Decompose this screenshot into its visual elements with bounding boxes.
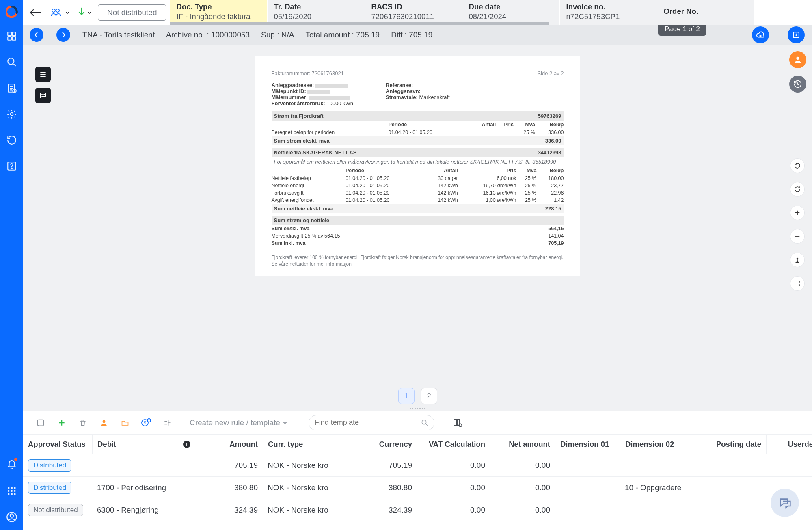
delete-line-button[interactable] xyxy=(77,417,89,429)
card-bacs-id[interactable]: BACS ID 720617630210011 xyxy=(365,0,462,25)
card-label: BACS ID xyxy=(371,2,456,11)
back-button[interactable] xyxy=(23,0,48,25)
meta-label: Anleggsadresse: xyxy=(272,82,314,88)
card-invoice-no[interactable]: Invoice no. n72C51753CP1 xyxy=(559,0,657,25)
nav-documents[interactable] xyxy=(0,75,23,101)
status-pill[interactable]: Not distributed xyxy=(98,4,166,21)
fit-height-button[interactable] xyxy=(790,253,805,267)
card-value: n72C51753CP1 xyxy=(566,12,650,21)
archive-no: Archive no. : 100000053 xyxy=(166,30,250,39)
select-all-checkbox[interactable] xyxy=(35,417,47,429)
info-icon[interactable]: i xyxy=(183,441,190,448)
card-label: Invoice no. xyxy=(566,2,650,11)
save-button[interactable] xyxy=(788,26,805,43)
meta-value: Markedskraft xyxy=(419,94,449,100)
chat-fab[interactable] xyxy=(771,489,799,517)
grid-row[interactable]: Not distributed 6300 - Rengjøring 324.39… xyxy=(23,499,812,521)
rotate-left-button[interactable] xyxy=(790,158,805,173)
list-toggle-button[interactable] xyxy=(35,67,51,82)
app-logo xyxy=(0,0,23,23)
supplier: Sup : N/A xyxy=(261,30,294,39)
prev-record-button[interactable] xyxy=(30,28,43,42)
grid-row[interactable]: Distributed 705.19 NOK - Norske kro 705.… xyxy=(23,454,812,476)
right-float-actions xyxy=(789,51,806,93)
sub-header-bar: TNA - Torils testklient Archive no. : 10… xyxy=(23,25,812,45)
page-2-button[interactable]: 2 xyxy=(421,388,437,404)
grid-row[interactable]: Distributed 1700 - Periodisering 380.80 … xyxy=(23,476,812,499)
sum-value: 336,00 xyxy=(545,138,561,144)
search-icon xyxy=(421,419,428,426)
grid-header-row: Approval Status Debiti Amount Curr. type… xyxy=(23,435,812,454)
col-dimension-01[interactable]: Dimension 01 xyxy=(555,435,620,454)
nav-account[interactable] xyxy=(0,504,23,530)
resize-grip[interactable] xyxy=(404,408,432,410)
col-net-amount[interactable]: Net amount xyxy=(490,435,555,454)
cloud-download-button[interactable] xyxy=(752,26,769,43)
card-doc-type[interactable]: Doc. Type IF - Inngående faktura xyxy=(170,0,267,25)
dollar-gear-button[interactable]: $ xyxy=(140,417,152,429)
assign-user-button[interactable] xyxy=(789,51,806,68)
svg-point-20 xyxy=(10,514,13,517)
col-debit[interactable]: Debiti xyxy=(92,435,194,454)
users-dropdown[interactable] xyxy=(48,0,72,25)
nav-search[interactable] xyxy=(0,49,23,75)
next-record-button[interactable] xyxy=(56,28,70,42)
history-button[interactable] xyxy=(789,76,806,93)
nav-notifications[interactable] xyxy=(0,452,23,478)
find-template-search[interactable] xyxy=(309,415,434,430)
meta-value: 10000 kWh xyxy=(326,100,353,106)
nav-refresh[interactable] xyxy=(0,127,23,153)
invoice-page: Fakturanummer: 72061763021 Side 2 av 2 A… xyxy=(255,56,580,276)
add-line-button[interactable] xyxy=(56,417,68,429)
status-chip: Distributed xyxy=(28,459,71,472)
rotate-right-button[interactable] xyxy=(790,182,805,197)
col-curr-type[interactable]: Curr. type xyxy=(263,435,328,454)
page-1-button[interactable]: 1 xyxy=(398,388,415,404)
folder-button[interactable] xyxy=(119,417,131,429)
svg-rect-28 xyxy=(38,420,44,426)
lines-panel: $ Create new rule / template Approval St… xyxy=(23,411,812,530)
nav-help[interactable] xyxy=(0,153,23,179)
fullscreen-button[interactable] xyxy=(790,276,805,291)
left-nav-rail xyxy=(0,0,23,530)
zoom-in-button[interactable] xyxy=(790,206,805,220)
svg-point-25 xyxy=(42,95,43,95)
create-rule-link[interactable]: Create new rule / template xyxy=(190,418,287,427)
col-approval-status[interactable]: Approval Status xyxy=(23,435,92,454)
comment-button[interactable] xyxy=(35,88,51,103)
field-card-scroller[interactable]: Doc. Type IF - Inngående faktura Tr. Dat… xyxy=(170,0,812,25)
meta-label: Forventet årsforbruk: xyxy=(272,100,325,106)
download-dropdown[interactable] xyxy=(72,0,96,25)
col-posting-date[interactable]: Posting date xyxy=(689,435,766,454)
assign-line-button[interactable] xyxy=(98,417,110,429)
meta-label: Strømavtale: xyxy=(386,94,418,100)
zoom-out-button[interactable] xyxy=(790,229,805,244)
col-dimension-02[interactable]: Dimension 02 xyxy=(620,435,689,454)
section-note: For spørsmål om nettleien eller måleravl… xyxy=(272,157,564,167)
section-code: 59763269 xyxy=(538,113,561,119)
col-userdef-15[interactable]: Userdef 15 xyxy=(766,435,812,454)
card-order-no[interactable]: Order No. xyxy=(657,0,754,25)
col-currency[interactable]: Currency xyxy=(328,435,417,454)
svg-rect-2 xyxy=(8,37,11,40)
split-button[interactable] xyxy=(161,417,173,429)
col-vat-calc[interactable]: VAT Calculation xyxy=(417,435,490,454)
nav-dashboard[interactable] xyxy=(0,23,23,49)
svg-point-29 xyxy=(103,420,106,423)
svg-point-27 xyxy=(44,95,45,95)
page-pager: 1 2 xyxy=(398,388,437,404)
col-amount[interactable]: Amount xyxy=(194,435,263,454)
section-title: Nettleie fra SKAGERAK NETT AS xyxy=(274,149,357,156)
find-template-input[interactable] xyxy=(315,418,421,427)
sum-label: Sum strøm ekskl. mva xyxy=(274,138,330,144)
columns-button[interactable] xyxy=(451,417,464,429)
svg-text:$: $ xyxy=(144,421,146,425)
card-due-date[interactable]: Due date 08/21/2024 xyxy=(462,0,559,25)
card-tr-date[interactable]: Tr. Date 05/19/2020 xyxy=(267,0,365,25)
top-bar: Not distributed Doc. Type IF - Inngående… xyxy=(23,0,812,25)
sum-label: Sum nettleie ekskl. mva xyxy=(274,206,334,212)
svg-point-18 xyxy=(14,493,15,495)
nav-apps[interactable] xyxy=(0,478,23,504)
section-title: Strøm fra Fjordkraft xyxy=(274,113,324,119)
nav-settings[interactable] xyxy=(0,101,23,127)
